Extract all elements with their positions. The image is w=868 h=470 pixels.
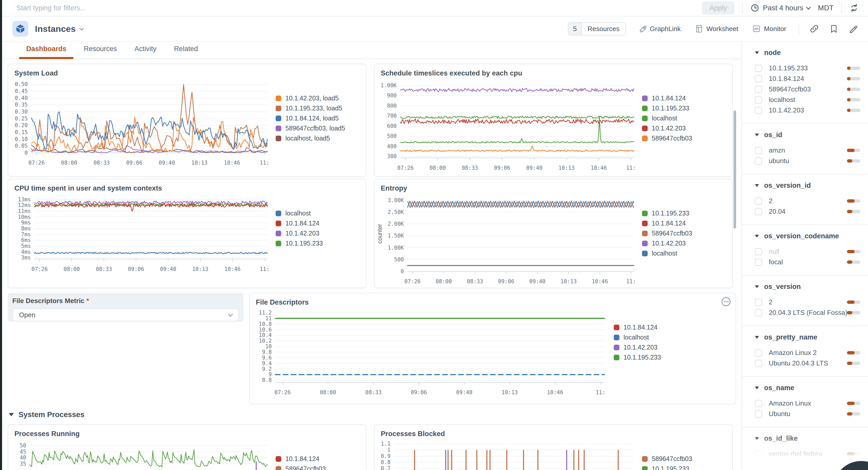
refresh-icon[interactable] — [849, 3, 859, 12]
legend-item[interactable]: 10.1.195.233, load5 — [276, 103, 354, 113]
fd-metric-select[interactable]: Open — [12, 308, 239, 321]
facet-group-header[interactable]: os_version_codename — [755, 232, 862, 240]
facet-group-header[interactable]: os_id — [755, 131, 862, 139]
link-icon[interactable] — [810, 24, 818, 33]
legend-item[interactable]: 10.1.42.203, load5 — [276, 93, 354, 103]
legend-label: 10.1.195.233 — [623, 354, 661, 361]
facet-checkbox[interactable] — [755, 299, 762, 306]
graphlink-button[interactable]: GraphLink — [637, 24, 682, 33]
facet-checkbox[interactable] — [755, 208, 762, 215]
processes-running-chart[interactable]: 35404550 — [9, 438, 269, 470]
legend-item[interactable]: 10.1.42.203 — [642, 123, 720, 133]
timezone-button[interactable]: MDT — [818, 4, 834, 12]
legend-item[interactable]: 10.1.195.233 — [642, 464, 720, 470]
facet-checkbox[interactable] — [755, 107, 762, 114]
svg-text:600: 600 — [387, 123, 397, 129]
legend-chip — [276, 241, 281, 246]
divider — [841, 2, 842, 13]
system-load-chart[interactable]: 00.050.100.150.200.250.300.350.400.450.5… — [9, 77, 269, 168]
legend-item[interactable]: 10.1.42.203 — [614, 342, 692, 352]
tab-related[interactable]: Related — [165, 45, 207, 59]
svg-text:0.25: 0.25 — [14, 115, 28, 122]
svg-text:8ms: 8ms — [21, 226, 31, 232]
facet-count-bar — [847, 98, 860, 101]
time-range-picker[interactable]: Past 4 hours — [750, 4, 810, 12]
card-menu-button[interactable] — [722, 297, 731, 306]
legend-item[interactable]: 589647ccfb03 — [642, 454, 720, 464]
legend-item[interactable]: 10.1.84.124 — [642, 218, 720, 228]
legend-label: localhost — [285, 209, 311, 217]
facet-checkbox[interactable] — [755, 400, 762, 407]
section-title: System Processes — [19, 410, 84, 419]
legend-item[interactable]: 10.1.84.124 — [276, 454, 354, 464]
schedule-timeslices-chart[interactable]: 3004005006007008009001.00K07:2608:0008:3… — [376, 77, 635, 173]
legend-item[interactable]: 589647ccfb03 — [642, 228, 720, 238]
legend-label: 10.1.84.124 — [652, 95, 686, 102]
system-processes-section-header[interactable]: System Processes — [9, 410, 84, 419]
processes-blocked-chart[interactable]: 0.70.80.911.1 — [376, 438, 635, 470]
file-descriptors-chart[interactable]: 8.899.29.49.69.81010.210.410.610.81111.2… — [251, 306, 607, 397]
legend-item[interactable]: 589647ccfb03 — [276, 464, 354, 470]
facet-checkbox[interactable] — [755, 410, 762, 417]
facet-group-header[interactable]: os_pretty_name — [755, 333, 862, 341]
facet-checkbox[interactable] — [755, 248, 762, 255]
legend-item[interactable]: 10.1.195.233 — [614, 352, 692, 362]
legend-item[interactable]: localhost — [642, 248, 720, 258]
facet-checkbox[interactable] — [755, 158, 762, 165]
facet-checkbox[interactable] — [755, 309, 762, 316]
chart-title: Processes Running — [14, 430, 366, 438]
legend-item[interactable]: localhost — [276, 208, 354, 218]
legend-item[interactable]: 10.1.42.203 — [276, 228, 354, 238]
facet-checkbox[interactable] — [755, 86, 762, 93]
scrollbar-thumb[interactable] — [734, 110, 736, 229]
facet-checkbox[interactable] — [755, 96, 762, 103]
legend-item[interactable]: 10.1.195.233 — [642, 103, 720, 113]
legend-item[interactable]: localhost, load5 — [276, 133, 354, 143]
legend-item[interactable]: 10.1.195.233 — [276, 238, 354, 248]
pencil-icon[interactable] — [849, 24, 858, 33]
legend-item[interactable]: 589647ccfb03 — [642, 133, 720, 143]
collapse-triangle-icon — [755, 184, 759, 187]
facet-checkbox[interactable] — [755, 360, 762, 367]
legend-item[interactable]: 10.1.84.124, load5 — [276, 113, 354, 123]
chevron-down-icon[interactable] — [79, 26, 84, 31]
tab-resources[interactable]: Resources — [75, 45, 126, 59]
monitor-button[interactable]: Monitor — [750, 24, 788, 33]
cpu-time-chart[interactable]: 3ms4ms5ms6ms7ms8ms9ms10ms11ms12ms13ms07:… — [9, 192, 269, 274]
legend-chip — [276, 466, 281, 470]
tab-activity[interactable]: Activity — [126, 45, 165, 59]
facet-checkbox[interactable] — [755, 65, 762, 72]
resources-count-button[interactable]: 5 Resources — [568, 22, 626, 35]
legend-item[interactable]: 10.1.195.233 — [642, 208, 720, 218]
svg-text:10:13: 10:13 — [560, 278, 577, 284]
facet-group-name: os_version_id — [764, 181, 811, 190]
facet-checkbox[interactable] — [755, 147, 762, 154]
legend-item[interactable]: 10.1.84.124 — [614, 322, 692, 332]
entropy-chart[interactable]: 05001.00K1.50K2.00K2.50K3.00K07:2608:000… — [376, 192, 635, 287]
page-title[interactable]: Instances — [35, 24, 76, 34]
tab-dashboards[interactable]: Dashboards — [18, 45, 75, 59]
facet-item: 10.1.84.124 — [755, 73, 862, 84]
legend-item[interactable]: localhost — [642, 113, 720, 123]
apply-button[interactable]: Apply — [702, 2, 735, 14]
legend-label: 10.1.84.124, load5 — [285, 114, 339, 122]
legend-item[interactable]: 10.1.84.124 — [276, 218, 354, 228]
facet-group-header[interactable]: os_version_id — [755, 181, 862, 190]
facet-count-bar — [847, 261, 860, 264]
worksheet-button[interactable]: Worksheet — [693, 24, 740, 33]
legend-item[interactable]: 10.1.42.203 — [642, 238, 720, 248]
facet-group-header[interactable]: node — [755, 49, 862, 57]
facet-group-header[interactable]: os_name — [755, 384, 862, 392]
facet-checkbox[interactable] — [755, 259, 762, 266]
svg-text:5ms: 5ms — [21, 243, 31, 249]
filter-input[interactable]: Start typing for filters... — [17, 4, 702, 12]
bookmark-icon[interactable] — [830, 24, 838, 33]
legend-item[interactable]: 589647ccfb03, load5 — [276, 123, 354, 133]
facet-checkbox[interactable] — [755, 198, 762, 205]
legend-item[interactable]: 10.1.84.124 — [642, 93, 720, 103]
legend-chip — [614, 355, 619, 360]
facet-checkbox[interactable] — [755, 75, 762, 82]
facet-group-header[interactable]: os_version — [755, 283, 862, 291]
legend-item[interactable]: localhost — [614, 332, 692, 342]
facet-checkbox[interactable] — [755, 349, 762, 357]
